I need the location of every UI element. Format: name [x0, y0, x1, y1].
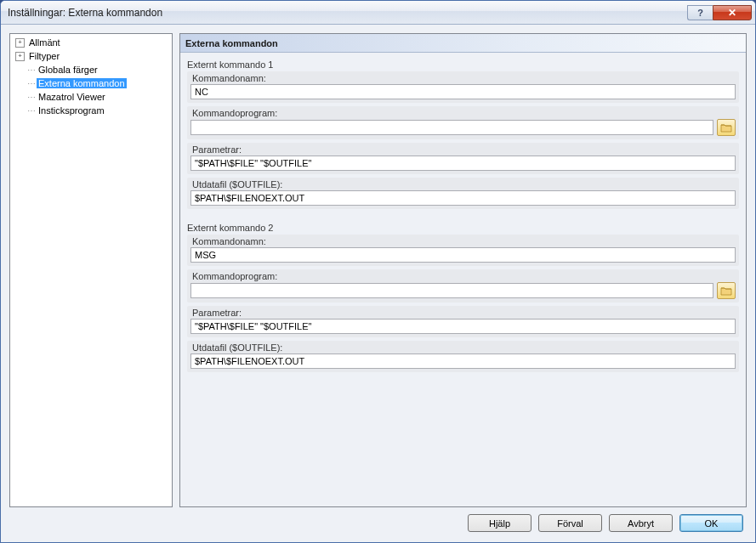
field-label: Utdatafil ($OUTFILE): [190, 179, 736, 189]
browse-button-2[interactable] [717, 282, 736, 299]
field-outfile-2: Utdatafil ($OUTFILE): [187, 341, 739, 372]
expand-icon[interactable]: + [15, 38, 25, 48]
titlebar-help-button[interactable]: ? [687, 5, 713, 20]
group-title-2: Externt kommando 2 [187, 223, 739, 233]
tree-children: ⋯ Globala färger ⋯ Externa kommandon ⋯ M… [12, 63, 170, 117]
titlebar: Inställningar: Externa kommandon ? ✕ [1, 1, 755, 25]
outfile-input-2[interactable] [190, 354, 736, 369]
settings-window: Inställningar: Externa kommandon ? ✕ + A… [0, 0, 756, 543]
field-outfile-1: Utdatafil ($OUTFILE): [187, 178, 739, 209]
field-label: Kommandoprogram: [190, 271, 736, 281]
tree-item-plugins[interactable]: ⋯ Insticksprogram [24, 104, 170, 117]
content-row: + Allmänt + Filtyper ⋯ Globala färger ⋯ … [9, 33, 747, 507]
field-command-program-1: Kommandoprogram: [187, 106, 739, 139]
help-button[interactable]: Hjälp [468, 514, 531, 532]
command-program-input-1[interactable] [190, 120, 713, 135]
tree-label: Mazatrol Viewer [37, 92, 107, 102]
parameters-input-1[interactable] [190, 156, 736, 171]
folder-icon [720, 122, 732, 133]
panel-title: Externa kommandon [180, 34, 746, 53]
field-parameters-2: Parametrar: [187, 306, 739, 337]
tree-item-external-commands[interactable]: ⋯ Externa kommandon [24, 76, 170, 90]
tree-label: Filtyper [27, 51, 61, 61]
field-label: Parametrar: [190, 144, 736, 155]
panel-body: Externt kommando 1 Kommandonamn: Kommand… [180, 53, 746, 382]
group-title-1: Externt kommando 1 [187, 59, 739, 70]
expand-icon[interactable]: + [15, 52, 25, 61]
titlebar-close-button[interactable]: ✕ [713, 5, 752, 20]
tree-item-general[interactable]: + Allmänt [12, 36, 170, 49]
folder-icon [720, 286, 732, 296]
titlebar-buttons: ? ✕ [687, 5, 752, 20]
command-name-input-1[interactable] [190, 84, 736, 99]
field-label: Kommandoprogram: [190, 108, 736, 118]
field-command-name-1: Kommandonamn: [187, 71, 739, 103]
defaults-button[interactable]: Förval [538, 514, 602, 532]
tree-branch-icon: ⋯ [27, 65, 35, 75]
tree-item-filetypes[interactable]: + Filtyper [12, 49, 170, 63]
tree-branch-icon: ⋯ [27, 106, 35, 116]
tree-item-mazatrol-viewer[interactable]: ⋯ Mazatrol Viewer [24, 90, 170, 104]
command-program-input-2[interactable] [190, 283, 713, 298]
dialog-body: + Allmänt + Filtyper ⋯ Globala färger ⋯ … [1, 25, 755, 542]
field-label: Kommandonamn: [190, 73, 736, 83]
category-tree[interactable]: + Allmänt + Filtyper ⋯ Globala färger ⋯ … [9, 33, 173, 507]
settings-panel: Externa kommandon Externt kommando 1 Kom… [179, 33, 747, 507]
tree-item-global-colors[interactable]: ⋯ Globala färger [24, 63, 170, 76]
field-parameters-1: Parametrar: [187, 143, 739, 174]
field-label: Kommandonamn: [190, 236, 736, 246]
field-label: Utdatafil ($OUTFILE): [190, 342, 736, 353]
ok-button[interactable]: OK [679, 514, 743, 532]
field-label: Parametrar: [190, 308, 736, 318]
command-name-input-2[interactable] [190, 247, 736, 263]
tree-branch-icon: ⋯ [27, 93, 35, 102]
tree-label: Globala färger [37, 65, 99, 75]
field-command-name-2: Kommandonamn: [187, 235, 739, 266]
cancel-button[interactable]: Avbryt [609, 514, 673, 532]
tree-label: Externa kommandon [37, 78, 127, 88]
field-command-program-2: Kommandoprogram: [187, 269, 739, 303]
tree-label: Insticksprogram [37, 105, 106, 116]
outfile-input-1[interactable] [190, 190, 736, 206]
parameters-input-2[interactable] [190, 319, 736, 334]
window-title: Inställningar: Externa kommandon [8, 7, 687, 19]
dialog-button-row: Hjälp Förval Avbryt OK [9, 507, 747, 534]
tree-branch-icon: ⋯ [27, 79, 35, 88]
tree-label: Allmänt [27, 37, 62, 48]
browse-button-1[interactable] [717, 119, 736, 136]
